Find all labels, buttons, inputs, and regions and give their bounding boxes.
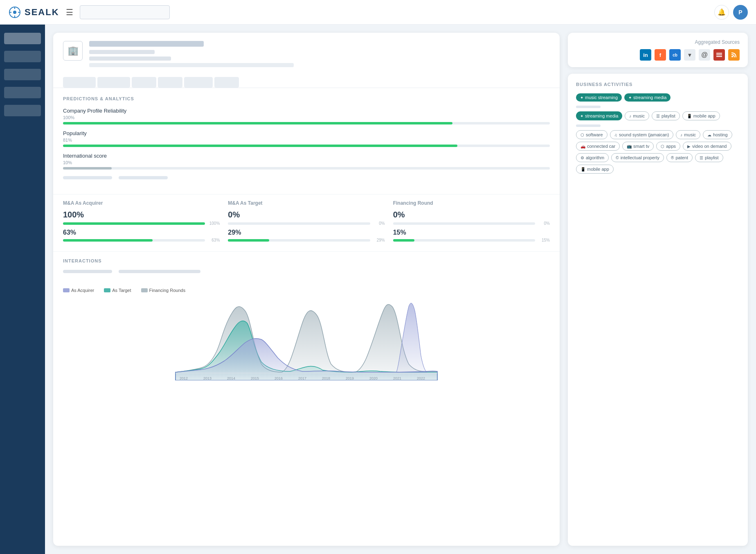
- interactions-section: INTERACTIONS: [53, 251, 560, 284]
- ma-target-label-1: 0%: [374, 221, 385, 226]
- user-avatar[interactable]: P: [733, 5, 748, 20]
- tag-connected-car[interactable]: 🚗 connected car: [576, 142, 620, 151]
- tag-music-1-icon: ♪: [629, 114, 631, 118]
- svg-text:2020: 2020: [369, 376, 378, 380]
- tab-financials[interactable]: [97, 77, 130, 88]
- metric-international-fill: [63, 167, 112, 170]
- hamburger-button[interactable]: ☰: [66, 7, 73, 17]
- tag-streaming-media-1[interactable]: ✦ streaming media: [624, 93, 670, 102]
- tab-news[interactable]: [158, 77, 182, 88]
- ma-acquirer-label-1: 100%: [208, 221, 220, 226]
- tag-streaming-media-1-label: streaming media: [633, 95, 666, 100]
- tag-mobile-app-1-icon: 📱: [687, 114, 692, 118]
- sidebar-item-2[interactable]: [4, 51, 41, 62]
- interactions-chart: 2012 2013 2014 2015 2016 2017 2018 2019 …: [63, 298, 550, 382]
- ma-acquirer-label-2: 63%: [208, 238, 220, 242]
- ma-target-title: M&A As Target: [228, 200, 385, 206]
- tag-mobile-app-2-icon: 📱: [580, 167, 585, 172]
- svg-text:2018: 2018: [322, 376, 330, 380]
- ma-financing-title: Financing Round: [393, 200, 550, 206]
- company-sub-bar2: [89, 57, 171, 61]
- tag-smart-tv[interactable]: 📺 smart tv: [622, 142, 654, 151]
- svg-point-1: [13, 11, 16, 14]
- tag-software[interactable]: ⬡ software: [576, 130, 608, 139]
- tag-sound-system[interactable]: ♫ sound system (jamaican): [610, 130, 674, 139]
- tag-intellectual-property[interactable]: © intellectual property: [611, 153, 664, 162]
- crunchbase-icon[interactable]: cb: [669, 49, 681, 61]
- tag-music-streaming[interactable]: ✦ music streaming: [576, 93, 622, 102]
- ma-acquirer-main-pct: 100%: [63, 210, 220, 219]
- metric-international-track: [63, 167, 550, 170]
- tag-apps[interactable]: ⬡ apps: [656, 142, 680, 151]
- tag-video-on-demand[interactable]: ▶ video on demand: [683, 142, 731, 151]
- ma-financing-label-2: 15%: [538, 238, 550, 242]
- legend-financing-dot: [141, 288, 148, 292]
- tag-hosting[interactable]: ☁ hosting: [703, 130, 732, 139]
- divider-bar-2: [119, 176, 168, 179]
- ma-target-second-pct: 29%: [228, 229, 385, 236]
- sidebar-item-3[interactable]: [4, 69, 41, 80]
- tag-hosting-icon: ☁: [707, 133, 711, 137]
- predictions-title: PREDICTIONS & ANALYTICS: [63, 96, 550, 101]
- red-source-icon[interactable]: [713, 49, 725, 61]
- ma-section: M&A As Acquirer 100% 100% 63% 63%: [53, 194, 560, 251]
- notifications-button[interactable]: 🔔: [714, 5, 729, 20]
- rss-icon[interactable]: [728, 49, 740, 61]
- tab-overview[interactable]: [63, 77, 96, 88]
- search-input[interactable]: [80, 5, 170, 19]
- legend-target-dot: [104, 288, 110, 292]
- tag-mobile-app-1[interactable]: 📱 mobile app: [682, 111, 720, 120]
- legend-acquirer-label: As Acquirer: [71, 288, 94, 293]
- tab-people[interactable]: [132, 77, 156, 88]
- tag-patent[interactable]: ® patent: [666, 153, 693, 162]
- tag-music-1[interactable]: ♪ music: [625, 111, 649, 120]
- f-source-icon[interactable]: f: [655, 49, 666, 61]
- interactions-bars: [63, 270, 550, 273]
- tag-hosting-label: hosting: [713, 132, 727, 137]
- tag-streaming-media-2[interactable]: ✦ streaming media: [576, 111, 622, 120]
- company-sub-bar: [89, 50, 155, 54]
- ma-target-label-2: 29%: [374, 238, 385, 242]
- ma-acquirer-track-2: [63, 239, 205, 242]
- sidebar-item-1[interactable]: [4, 33, 41, 44]
- tag-apps-label: apps: [666, 144, 676, 149]
- tag-music-2-label: music: [684, 132, 696, 137]
- svg-text:2015: 2015: [251, 376, 259, 380]
- legend-financing: Financing Rounds: [141, 288, 186, 293]
- ma-financing-track-2: [393, 239, 535, 242]
- svg-text:2012: 2012: [180, 376, 188, 380]
- tag-algorithm[interactable]: ⚙ algorithm: [576, 153, 609, 162]
- interactions-bar-2: [119, 270, 200, 273]
- ba-tags-row-1: ✦ music streaming ✦ streaming media: [576, 93, 740, 102]
- tag-music-2[interactable]: ♪ music: [676, 130, 700, 139]
- tag-mobile-app-2-label: mobile app: [587, 167, 609, 172]
- tag-playlist-1[interactable]: ☰ playlist: [652, 111, 680, 120]
- dropdown-icon[interactable]: ▼: [684, 49, 695, 61]
- tag-intellectual-property-label: intellectual property: [621, 155, 659, 160]
- chart-area: As Acquirer As Target Financing Rounds: [53, 284, 560, 390]
- tag-playlist-2[interactable]: ☰ playlist: [695, 153, 723, 162]
- ma-financing-track-1: [393, 222, 535, 225]
- at-sign-icon[interactable]: @: [699, 49, 710, 61]
- metric-international-label: International score: [63, 153, 550, 159]
- divider-bar-1: [63, 176, 112, 179]
- tag-mobile-app-2[interactable]: 📱 mobile app: [576, 165, 614, 174]
- linkedin-icon[interactable]: in: [640, 49, 651, 61]
- svg-text:2017: 2017: [298, 376, 306, 380]
- ba-row-3-label: [576, 124, 601, 127]
- interactions-bar-1: [63, 270, 112, 273]
- sidebar-item-5[interactable]: [4, 105, 41, 116]
- tag-music-2-icon: ♪: [680, 133, 682, 137]
- tab-more[interactable]: [184, 77, 213, 88]
- ba-tags-row-3: ⬡ software ♫ sound system (jamaican) ♪ m…: [576, 130, 740, 174]
- business-activities-title: BUSINESS ACTIVITIES: [576, 82, 740, 87]
- tag-music-streaming-label: music streaming: [585, 95, 618, 100]
- legend-acquirer: As Acquirer: [63, 288, 94, 293]
- svg-text:2019: 2019: [346, 376, 354, 380]
- sidebar-item-4[interactable]: [4, 87, 41, 98]
- ma-grid: M&A As Acquirer 100% 100% 63% 63%: [63, 200, 550, 245]
- svg-text:2014: 2014: [227, 376, 235, 380]
- svg-text:2021: 2021: [393, 376, 401, 380]
- tab-extra[interactable]: [214, 77, 239, 88]
- ma-acquirer-fill-1: [63, 222, 205, 225]
